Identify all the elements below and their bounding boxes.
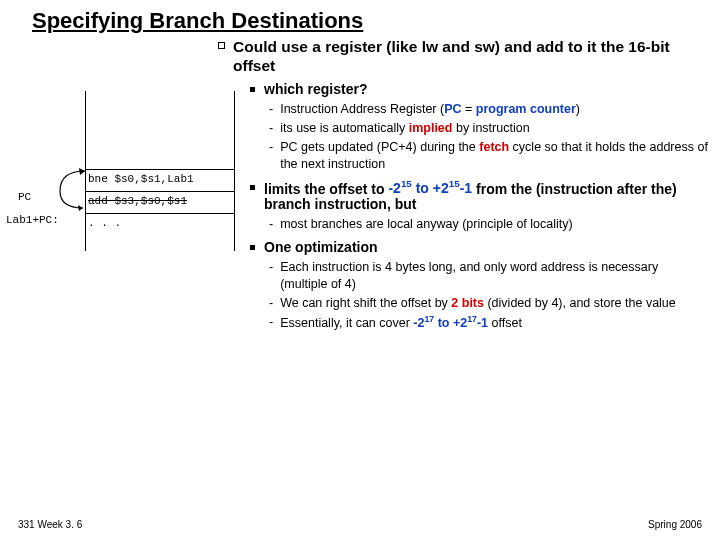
- code-line-add: add $s3,$s0,$s1: [88, 195, 187, 207]
- sub-iar: - Instruction Address Register (PC = pro…: [269, 101, 708, 118]
- dash-icon: -: [269, 139, 273, 156]
- bullet-optimization: One optimization: [250, 239, 708, 255]
- main-bullet-row: Could use a register (like lw and sw) an…: [218, 38, 708, 75]
- bullet-limits: limits the offset to -215 to +215-1 from…: [250, 179, 708, 213]
- slide-title: Specifying Branch Destinations: [32, 8, 700, 36]
- footer-right: Spring 2006: [648, 519, 702, 530]
- dash-icon: -: [269, 259, 273, 276]
- memory-box: bne $s0,$s1,Lab1 add $s3,$s0,$s1 . . .: [85, 91, 235, 251]
- body-row: PC Lab1+PC: bne $s0,$s1,Lab1 add $s3,$s0…: [0, 81, 708, 338]
- optimization-text: One optimization: [264, 239, 378, 255]
- optimization-sublist: - Each instruction is 4 bytes long, and …: [269, 259, 708, 332]
- dash-icon: -: [269, 101, 273, 118]
- dash-icon: -: [269, 314, 273, 331]
- sub-implied: - its use is automatically implied by in…: [269, 120, 708, 137]
- label-lab1pc: Lab1+PC:: [6, 214, 59, 226]
- square-bullet-icon: [218, 42, 225, 49]
- dash-icon: -: [269, 295, 273, 312]
- list-column: which register? - Instruction Address Re…: [250, 81, 708, 338]
- dash-icon: -: [269, 216, 273, 233]
- dash-icon: -: [269, 120, 273, 137]
- diagram-column: PC Lab1+PC: bne $s0,$s1,Lab1 add $s3,$s0…: [0, 81, 250, 261]
- sub-cover: - Essentially, it can cover -217 to +217…: [269, 314, 708, 332]
- code-line-bne: bne $s0,$s1,Lab1: [88, 173, 194, 185]
- dot-icon: [250, 87, 255, 92]
- label-pc: PC: [18, 191, 31, 203]
- limits-sublist: - most branches are local anyway (princi…: [269, 216, 708, 233]
- which-register-text: which register?: [264, 81, 367, 97]
- footer-left: 331 Week 3. 6: [18, 519, 82, 530]
- which-register-sublist: - Instruction Address Register (PC = pro…: [269, 101, 708, 173]
- sub-4bytes: - Each instruction is 4 bytes long, and …: [269, 259, 708, 293]
- sub-fetch: - PC gets updated (PC+4) during the fetc…: [269, 139, 708, 173]
- limits-text: limits the offset to -215 to +215-1 from…: [264, 179, 708, 213]
- dot-icon: [250, 185, 255, 190]
- code-line-dots: . . .: [88, 217, 121, 229]
- sub-locality: - most branches are local anyway (princi…: [269, 216, 708, 233]
- sub-shift: - We can right shift the offset by 2 bit…: [269, 295, 708, 312]
- main-bullet-text: Could use a register (like lw and sw) an…: [233, 38, 708, 75]
- content-area: Could use a register (like lw and sw) an…: [0, 38, 708, 338]
- bullet-which-register: which register?: [250, 81, 708, 97]
- dot-icon: [250, 245, 255, 250]
